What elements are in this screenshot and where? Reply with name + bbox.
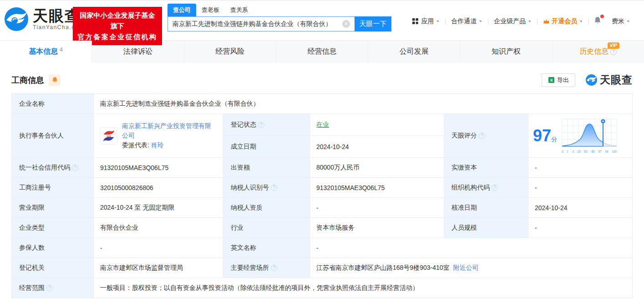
- field-label-business-scope: 经营范围 ?: [12, 278, 94, 298]
- tick: 3: [572, 150, 574, 153]
- value-text: 80000万人民币: [316, 164, 360, 172]
- export-button-label: 导出: [557, 76, 569, 84]
- tab-history[interactable]: VIP 历史信息 ?: [553, 41, 644, 63]
- partner-company-logo: NJI: [100, 127, 117, 144]
- field-value-insured-count: -: [94, 238, 223, 258]
- score-unit: 分: [551, 136, 557, 143]
- nav-open-vip-label: 开通会员: [552, 17, 577, 26]
- notifications-button[interactable]: [589, 16, 606, 26]
- field-label-org-code: 组织机构代码 ?: [444, 178, 528, 198]
- export-button[interactable]: X 导出: [542, 73, 575, 87]
- partner-company-link[interactable]: 南京新工新兴产业投资管理有限公司: [122, 121, 217, 140]
- svg-text:NJI: NJI: [107, 134, 111, 137]
- label-text: 组织机构代码: [451, 184, 490, 192]
- field-label-paid-in-capital: 实缴资本: [444, 158, 528, 178]
- tianyancha-logo-icon: [585, 74, 598, 86]
- nav-enterprise-products[interactable]: 企业级产品 ▼: [488, 17, 537, 26]
- field-label-taxpayer-quality: 纳税人资质: [223, 198, 310, 218]
- label-text: 登记状态: [231, 121, 256, 129]
- nav-apps[interactable]: 应用 ▼: [406, 17, 445, 26]
- field-value-uscc: 91320105MAE3Q06L75: [94, 158, 223, 178]
- detail-tabbar: 基本信息 4 法律诉讼 经营风险 经营信息 公司发展 知识产权 VIP 历史信息…: [0, 40, 644, 63]
- tab-development[interactable]: 公司发展: [368, 41, 460, 63]
- help-icon[interactable]: ?: [271, 265, 277, 271]
- field-value-score: 97分: [528, 114, 632, 158]
- search-tab-relation[interactable]: 查关系: [225, 4, 254, 16]
- nav-enterprise-label: 企业级产品: [494, 17, 526, 26]
- search-button[interactable]: 天眼一下: [355, 16, 391, 31]
- field-label-executive-partner: 执行事务合伙人: [12, 114, 94, 158]
- value-text: -: [535, 224, 537, 232]
- field-value-org-code: -: [528, 178, 632, 198]
- tick: 97: [598, 150, 601, 153]
- tick: 100: [612, 150, 617, 153]
- representative-link[interactable]: 肖玲: [151, 141, 164, 149]
- value-text: 南京市建邺区市场监督管理局: [100, 264, 183, 272]
- field-label-industry: 行业: [223, 218, 310, 238]
- field-value-industry: 资本市场服务: [310, 218, 444, 238]
- business-info-table: 企业名称 南京新工先进制造业强链并购基金合伙企业（有限合伙） 执行事务合伙人 N…: [11, 93, 633, 298]
- search-tab-company[interactable]: 查公司: [167, 4, 196, 16]
- partner-logo-icon: NJI: [102, 129, 116, 143]
- label-text: 成立日期: [231, 143, 256, 151]
- label-text: 企业名称: [19, 100, 45, 108]
- field-value-approval-date: 2024-10-24: [528, 198, 632, 218]
- value-text: -: [535, 164, 537, 171]
- tab-operation[interactable]: 经营信息: [276, 41, 368, 63]
- label-text: 执行事务合伙人: [19, 132, 64, 140]
- help-icon[interactable]: ?: [610, 49, 617, 55]
- tab-risk-label: 经营风险: [215, 47, 244, 57]
- field-label-reg-authority: 登记机关: [12, 258, 94, 278]
- help-icon[interactable]: ?: [46, 285, 53, 291]
- field-label-main-office: 主要经营场所 ?: [223, 258, 310, 278]
- tick: 50: [584, 150, 588, 153]
- help-icon[interactable]: ?: [271, 185, 277, 191]
- nav-user-menu[interactable]: 费米 ▼: [606, 17, 636, 26]
- top-navigation: 应用 ▼ 合作通道 ▼ 企业级产品 ▼ 开通会员 ▼: [406, 16, 636, 26]
- tab-basic-info[interactable]: 基本信息 4: [0, 41, 92, 63]
- value-text: 一般项目：股权投资；以自有资金从事投资活动（除依法须经批准的项目外，凭营业执照依…: [100, 284, 419, 292]
- label-text: 企业类型: [19, 224, 45, 232]
- field-label-approval-date: 核准日期: [444, 198, 528, 218]
- tick: 0: [562, 150, 563, 153]
- tick: 15: [577, 150, 580, 153]
- tab-risk[interactable]: 经营风险: [184, 41, 276, 63]
- search-block: 查公司 查老板 查关系 ✕ 天眼一下: [167, 4, 391, 31]
- label-text: 统一社会信用代码: [19, 164, 70, 172]
- value-text: 2024-10-24: [535, 204, 568, 211]
- nav-partner-channel-label: 合作通道: [451, 17, 477, 26]
- label-text: 行业: [231, 224, 243, 232]
- notification-dot: [600, 15, 604, 18]
- field-label-score: 天眼评分 ?: [444, 114, 528, 158]
- nearby-companies-link[interactable]: 附近公司: [453, 264, 479, 272]
- help-icon[interactable]: ?: [72, 165, 78, 171]
- label-text: 纳税人资质: [231, 204, 263, 212]
- svg-text:X: X: [550, 78, 553, 82]
- help-icon[interactable]: ?: [479, 133, 485, 139]
- label-text: 营业期限: [19, 204, 45, 212]
- chevron-down-icon: ▼: [436, 20, 440, 23]
- score-distribution-chart: 0 1 3 15 50 85 97 99 100: [562, 118, 617, 153]
- search-clear-icon[interactable]: ✕: [342, 20, 350, 28]
- main-content: 工商信息 X 导出: [0, 73, 644, 298]
- search-tab-boss[interactable]: 查老板: [196, 4, 225, 16]
- help-icon[interactable]: ?: [258, 122, 264, 128]
- subscribe-bell-button[interactable]: [49, 74, 61, 86]
- help-icon[interactable]: ?: [492, 185, 498, 191]
- field-value-company-type: 有限合伙企业: [94, 218, 223, 238]
- search-input[interactable]: [167, 16, 355, 31]
- vip-badge: VIP: [608, 42, 619, 49]
- label-text: 英文名称: [231, 244, 256, 252]
- tab-legal[interactable]: 法律诉讼: [92, 41, 184, 63]
- field-label-insured-count: 参保人数: [12, 238, 94, 258]
- tab-ip[interactable]: 知识产权: [460, 41, 552, 63]
- value-text: 91320105MAE3Q06L75: [100, 164, 168, 171]
- nav-open-vip[interactable]: 开通会员 ▼: [538, 17, 588, 26]
- status-link[interactable]: 在业: [316, 121, 329, 129]
- label-text: 工商注册号: [19, 184, 51, 192]
- chevron-down-icon: ▼: [527, 20, 532, 23]
- tianyancha-logo[interactable]: 天眼查 TianYanCha.com: [4, 6, 84, 32]
- field-label-reg-number: 工商注册号: [12, 178, 94, 198]
- value-text: -: [316, 204, 319, 211]
- nav-partner-channel[interactable]: 合作通道 ▼: [446, 17, 488, 26]
